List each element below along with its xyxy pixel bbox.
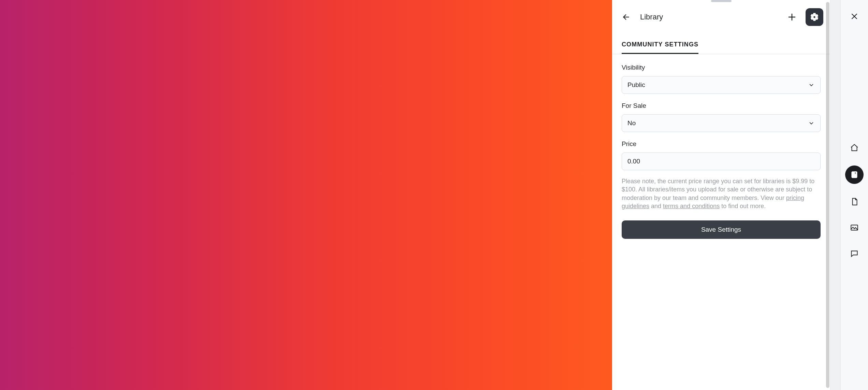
back-button[interactable]	[619, 10, 634, 25]
for-sale-value: No	[627, 119, 636, 127]
visibility-value: Public	[627, 81, 645, 89]
for-sale-label: For Sale	[622, 102, 821, 110]
settings-form: Visibility Public For Sale No	[612, 54, 830, 239]
chevron-down-icon	[808, 82, 815, 88]
library-icon	[850, 170, 859, 179]
arrow-left-icon	[622, 13, 631, 21]
panel-scrollbar[interactable]	[826, 2, 829, 388]
gear-icon	[810, 13, 819, 21]
svg-rect-2	[851, 225, 858, 230]
terms-link[interactable]: terms and conditions	[663, 203, 720, 210]
plus-icon	[787, 12, 797, 22]
panel-title: Library	[640, 13, 663, 21]
visibility-select[interactable]: Public	[622, 76, 821, 94]
tabs-row: COMMUNITY SETTINGS	[612, 41, 830, 54]
panel-header: Library	[612, 8, 830, 32]
price-note: Please note, the current price range you…	[622, 177, 821, 210]
save-settings-button[interactable]: Save Settings	[622, 220, 821, 239]
svg-rect-0	[852, 172, 857, 177]
rail-library[interactable]	[845, 165, 864, 184]
note-text-3: to find out more.	[720, 203, 766, 210]
rail-comment[interactable]	[846, 245, 863, 262]
settings-button[interactable]	[806, 8, 823, 26]
drag-handle[interactable]	[711, 0, 732, 2]
price-label: Price	[622, 140, 821, 148]
visibility-label: Visibility	[622, 64, 821, 71]
settings-panel: Library COMMUNITY SETTINGS	[612, 0, 830, 390]
gutter	[830, 0, 841, 390]
note-text-1: Please note, the current price range you…	[622, 178, 814, 201]
rail-home[interactable]	[846, 140, 863, 156]
field-price: Price 0.00	[622, 140, 821, 170]
comment-icon	[850, 249, 859, 258]
note-text-2: and	[649, 203, 663, 210]
rail-image[interactable]	[846, 219, 863, 236]
document-icon	[850, 197, 859, 206]
tab-community-settings[interactable]: COMMUNITY SETTINGS	[622, 41, 698, 54]
field-visibility: Visibility Public	[622, 64, 821, 94]
svg-rect-1	[855, 172, 856, 174]
chevron-down-icon	[808, 120, 815, 127]
close-icon	[850, 12, 859, 21]
add-button[interactable]	[784, 10, 799, 25]
price-value: 0.00	[627, 158, 640, 165]
field-for-sale: For Sale No	[622, 102, 821, 132]
for-sale-select[interactable]: No	[622, 114, 821, 132]
close-button[interactable]	[846, 8, 863, 25]
right-rail	[841, 0, 868, 390]
price-input[interactable]: 0.00	[622, 153, 821, 170]
home-icon	[850, 143, 859, 152]
image-icon	[850, 223, 859, 232]
canvas-gradient	[0, 0, 612, 390]
rail-document[interactable]	[846, 193, 863, 210]
